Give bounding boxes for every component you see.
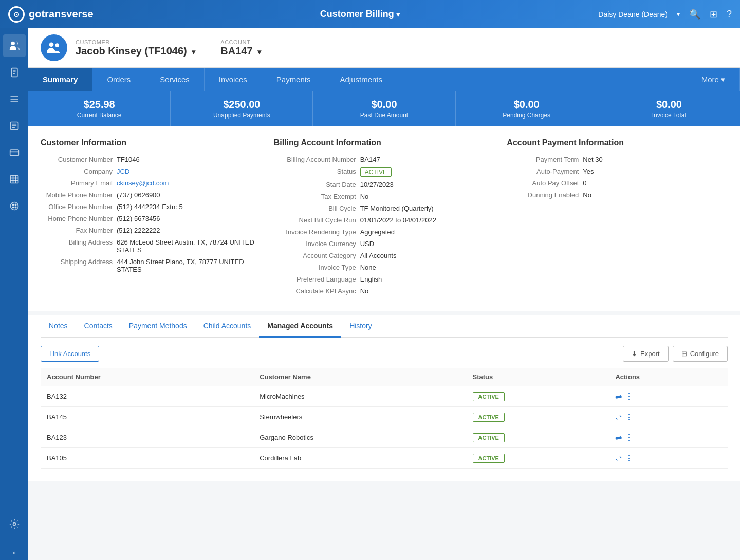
main-content: CUSTOMER Jacob Kinsey (TF1046) ▾ ACCOUNT… xyxy=(28,28,740,560)
action-link-icon-1[interactable]: ⇌ xyxy=(615,412,622,422)
info-row-customer-number: Customer Number TF1046 xyxy=(41,156,262,163)
export-button[interactable]: ⬇ Export xyxy=(623,346,669,362)
dunning-enabled-value: No xyxy=(583,191,728,199)
tax-exempt-value: No xyxy=(360,193,495,200)
managed-accounts-table: Account Number Customer Name Status Acti… xyxy=(41,368,728,469)
account-dropdown-arrow[interactable]: ▾ xyxy=(257,48,261,56)
info-row-primary-email: Primary Email ckinsey@jcd.com xyxy=(41,179,262,187)
sidebar-item-card[interactable] xyxy=(3,141,26,164)
tab-payments[interactable]: Payments xyxy=(262,68,326,91)
action-more-icon-2[interactable]: ⋮ xyxy=(625,433,633,442)
customer-dropdown-arrow[interactable]: ▾ xyxy=(192,48,195,56)
cell-actions-0: ⇌ ⋮ xyxy=(609,386,728,407)
cell-status-3: ACTIVE xyxy=(467,448,609,469)
search-icon[interactable]: 🔍 xyxy=(689,9,700,20)
action-link-icon-3[interactable]: ⇌ xyxy=(615,453,622,463)
col-actions: Actions xyxy=(609,368,728,386)
bottom-tab-history[interactable]: History xyxy=(341,315,380,338)
bottom-tab-child-accounts[interactable]: Child Accounts xyxy=(195,315,260,338)
svg-point-25 xyxy=(49,42,54,47)
stat-past-due: $0.00 Past Due Amount xyxy=(313,91,455,126)
sidebar-item-people[interactable] xyxy=(3,34,26,57)
tab-invoices[interactable]: Invoices xyxy=(205,68,262,91)
info-row-fax: Fax Number (512) 2222222 xyxy=(41,227,262,234)
fax-value: (512) 2222222 xyxy=(117,227,262,234)
svg-point-23 xyxy=(15,207,16,208)
svg-point-20 xyxy=(12,204,14,206)
auto-payment-value: Yes xyxy=(583,167,728,175)
bottom-tab-payment-methods[interactable]: Payment Methods xyxy=(121,315,195,338)
sidebar-item-page[interactable] xyxy=(3,115,26,137)
svg-point-22 xyxy=(12,207,14,208)
info-row-invoice-rendering: Invoice Rendering Type Aggregated xyxy=(274,228,495,236)
bottom-tab-navigation: Notes Contacts Payment Methods Child Acc… xyxy=(41,315,728,338)
tab-more[interactable]: More ▾ xyxy=(687,68,740,91)
bottom-tab-contacts[interactable]: Contacts xyxy=(76,315,121,338)
bottom-tab-managed-accounts[interactable]: Managed Accounts xyxy=(259,315,341,338)
tab-summary[interactable]: Summary xyxy=(28,68,92,91)
svg-point-26 xyxy=(55,43,60,47)
tab-services[interactable]: Services xyxy=(145,68,205,91)
sidebar-item-table[interactable] xyxy=(3,168,26,191)
action-link-icon-0[interactable]: ⇌ xyxy=(615,391,622,401)
export-button-label: Export xyxy=(640,350,660,358)
sidebar-item-settings[interactable] xyxy=(3,513,26,535)
invoice-rendering-value: Aggregated xyxy=(360,228,495,236)
stat-past-due-label: Past Due Amount xyxy=(319,111,449,119)
page-title: Customer Billing▾ xyxy=(121,9,598,20)
mobile-phone-value: (737) 0626900 xyxy=(117,191,262,199)
top-nav-right: Daisy Deane (Deane) ▾ 🔍 ⊞ ? xyxy=(598,9,732,20)
user-dropdown-arrow[interactable]: ▾ xyxy=(677,11,680,18)
info-row-status: Status ACTIVE xyxy=(274,167,495,177)
action-more-icon-3[interactable]: ⋮ xyxy=(625,453,633,463)
info-row-shipping-address: Shipping Address 444 John Street Plano, … xyxy=(41,258,262,273)
invoice-currency-value: USD xyxy=(360,240,495,248)
svg-point-21 xyxy=(15,204,16,206)
status-badge: ACTIVE xyxy=(360,167,392,177)
tab-orders[interactable]: Orders xyxy=(92,68,145,91)
billing-info-title: Billing Account Information xyxy=(274,138,495,147)
sidebar-item-palette[interactable] xyxy=(3,195,26,217)
page-title-arrow[interactable]: ▾ xyxy=(396,10,400,18)
info-row-start-date: Start Date 10/27/2023 xyxy=(274,181,495,189)
configure-button[interactable]: ⊞ Configure xyxy=(673,346,728,362)
cell-actions-2: ⇌ ⋮ xyxy=(609,427,728,448)
sidebar-item-list[interactable] xyxy=(3,88,26,110)
action-link-icon-2[interactable]: ⇌ xyxy=(615,433,622,442)
cell-customer-3: Cordillera Lab xyxy=(253,448,466,469)
sidebar-expand-button[interactable]: » xyxy=(3,546,26,560)
info-row-auto-payment: Auto-Payment Yes xyxy=(507,167,728,175)
help-icon[interactable]: ? xyxy=(727,9,732,20)
col-account-number: Account Number xyxy=(41,368,253,386)
auto-pay-offset-value: 0 xyxy=(583,179,728,187)
app-logo[interactable]: ⊙ gotransverse xyxy=(8,6,121,23)
col-customer-name: Customer Name xyxy=(253,368,466,386)
export-icon: ⬇ xyxy=(632,350,637,358)
table-row: BA145 Sternwheelers ACTIVE ⇌ ⋮ xyxy=(41,407,728,427)
info-row-billing-address: Billing Address 626 McLeod Street Austin… xyxy=(41,238,262,254)
export-configure-buttons: ⬇ Export ⊞ Configure xyxy=(623,346,728,362)
company-value[interactable]: JCD xyxy=(117,167,262,175)
stat-pending-charges-value: $0.00 xyxy=(462,99,591,110)
action-more-icon-1[interactable]: ⋮ xyxy=(625,412,633,422)
action-more-icon-0[interactable]: ⋮ xyxy=(625,391,633,401)
account-label: ACCOUNT xyxy=(220,39,261,45)
customer-name: Jacob Kinsey (TF1046) ▾ xyxy=(76,45,195,57)
link-accounts-button[interactable]: Link Accounts xyxy=(41,346,99,362)
grid-icon[interactable]: ⊞ xyxy=(710,9,717,20)
stat-unapplied-payments: $250.00 Unapplied Payments xyxy=(171,91,313,126)
customer-info-block: CUSTOMER Jacob Kinsey (TF1046) ▾ xyxy=(76,39,195,57)
customer-information-panel: Customer Information Customer Number TF1… xyxy=(41,138,262,299)
logo-icon: ⊙ xyxy=(8,6,25,23)
sidebar-item-documents[interactable] xyxy=(3,61,26,84)
home-phone-value: (512) 5673456 xyxy=(117,215,262,222)
info-row-home-phone: Home Phone Number (512) 5673456 xyxy=(41,215,262,222)
col-status: Status xyxy=(467,368,609,386)
current-user[interactable]: Daisy Deane (Deane) xyxy=(598,10,668,18)
info-row-next-bill-cycle: Next Bill Cycle Run 01/01/2022 to 04/01/… xyxy=(274,216,495,224)
account-info-block: ACCOUNT BA147 ▾ xyxy=(220,39,261,57)
configure-icon: ⊞ xyxy=(681,350,687,358)
email-value[interactable]: ckinsey@jcd.com xyxy=(117,179,262,187)
tab-adjustments[interactable]: Adjustments xyxy=(325,68,397,91)
bottom-tab-notes[interactable]: Notes xyxy=(41,315,76,338)
